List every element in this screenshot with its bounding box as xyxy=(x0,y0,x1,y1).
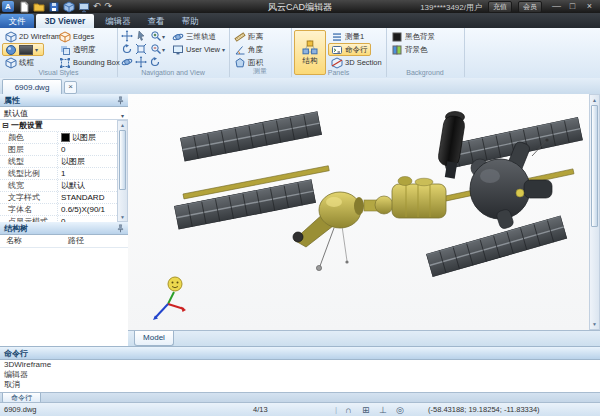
cursor-icon xyxy=(135,30,147,42)
column-name[interactable]: 名称 xyxy=(6,235,22,247)
bounding-box-icon xyxy=(59,57,71,69)
bounding-box-button[interactable]: Bounding Box xyxy=(56,56,123,69)
group-label-panels: Panels xyxy=(291,69,386,76)
measure-angle-button[interactable]: 角度 xyxy=(231,43,266,56)
visual-style-selector[interactable]: ▾ xyxy=(2,43,44,56)
command-history-line: 编辑器 xyxy=(0,370,600,380)
maximize-button[interactable]: □ xyxy=(565,0,580,12)
zoom-out-button[interactable]: ▾ xyxy=(148,43,167,55)
scroll-down-icon[interactable]: ▼ xyxy=(590,321,599,327)
document-tab-bar: 6909.dwg × xyxy=(0,78,600,95)
black-background-button[interactable]: 黑色背景 xyxy=(388,30,438,43)
command-history-line: 取消 xyxy=(0,380,600,390)
preset-dropdown[interactable]: 默认值 ▾ xyxy=(0,107,128,120)
property-grid-scrollbar[interactable]: ▲ ▼ xyxy=(117,120,128,222)
pan-view-button[interactable] xyxy=(134,56,147,68)
color-swatch xyxy=(61,133,70,142)
scroll-up-icon[interactable]: ▲ xyxy=(118,122,127,128)
scroll-up-icon[interactable]: ▲ xyxy=(590,97,599,103)
ortho-icon[interactable]: ⊥ xyxy=(379,404,387,416)
tab-view[interactable]: 查看 xyxy=(142,14,170,28)
select-button[interactable] xyxy=(134,30,147,42)
document-tab[interactable]: 6909.dwg xyxy=(2,79,62,95)
property-row-lineweight: 线宽 以默认 xyxy=(0,180,117,192)
scrollbar-thumb[interactable] xyxy=(591,105,598,227)
axis-gizmo xyxy=(148,272,194,326)
tab-file[interactable]: 文件 xyxy=(0,14,34,28)
viewport-canvas[interactable] xyxy=(128,94,589,330)
monitor-icon xyxy=(172,44,184,56)
edges-button[interactable]: Edges xyxy=(56,30,97,43)
property-row-linetype: 线型 以图层 xyxy=(0,156,117,168)
refresh-view-button[interactable] xyxy=(148,56,161,68)
transparency-button[interactable]: 透明度 xyxy=(56,43,99,56)
property-row-layer: 图层 0 xyxy=(0,144,117,156)
orbit-3d-button[interactable]: 三维轨道 xyxy=(169,30,219,43)
topup-button[interactable]: 充值 xyxy=(488,1,512,13)
3d-model-spacecraft xyxy=(128,94,589,330)
background-color-icon xyxy=(391,44,403,56)
pin-icon[interactable] xyxy=(116,96,125,105)
osnap-icon[interactable]: ◎ xyxy=(396,404,404,416)
pan-button[interactable] xyxy=(120,30,133,42)
free-orbit-button[interactable] xyxy=(120,56,133,68)
wireframe-button[interactable]: 线框 xyxy=(2,56,37,69)
angle-icon xyxy=(234,44,246,56)
title-bar: A ↶ ↷ 风云CAD编辑器 139****3492/用户 充值 会员 — □ … xyxy=(0,0,600,13)
model-tab[interactable]: Model xyxy=(134,331,174,346)
property-grid: ⊟ 一般设置 颜色 以图层 图层 0 线型 以图层 线型比例 1 线宽 以默认 xyxy=(0,120,117,222)
command-history[interactable]: 3DWireframe 编辑器 取消 xyxy=(0,360,600,390)
zoom-in-button[interactable]: ▾ xyxy=(148,30,167,42)
status-filename: 6909.dwg xyxy=(4,405,37,415)
property-group-header[interactable]: ⊟ 一般设置 xyxy=(0,120,117,132)
cad-application-window: A ↶ ↷ 风云CAD编辑器 139****3492/用户 充值 会员 — □ … xyxy=(0,0,600,416)
scroll-down-icon[interactable]: ▼ xyxy=(118,214,127,220)
zoom-extents-button[interactable] xyxy=(134,43,147,55)
snap-icon[interactable]: ∩ xyxy=(345,404,351,416)
user-view-button[interactable]: User View ▾ xyxy=(169,43,228,56)
user-account-label: 139****3492/用户 xyxy=(420,2,482,13)
background-color-button[interactable]: 背景色 xyxy=(388,43,431,56)
ruler-icon xyxy=(234,31,246,43)
group-navigation: ▾ 三维轨道 ▾ User View ▾ Navigation and View xyxy=(117,28,230,77)
command-history-line: 3DWireframe xyxy=(0,360,600,370)
rotate-icon xyxy=(121,43,133,55)
tab-help[interactable]: 帮助 xyxy=(176,14,204,28)
group-label-background: Background xyxy=(386,69,464,76)
group-background: 黑色背景 背景色 Background xyxy=(386,28,465,77)
group-visual-styles: 2D Wireframe ▾ 线框 Edges 透明度 Bounding xyxy=(0,28,118,77)
measure-distance-button[interactable]: 距离 xyxy=(231,30,266,43)
member-button[interactable]: 会员 xyxy=(518,1,542,13)
command-line-panel-button[interactable]: 命令行 xyxy=(328,43,371,56)
list-icon xyxy=(331,31,343,43)
tab-editor[interactable]: 编辑器 xyxy=(100,14,136,28)
structure-columns: 名称 路径 xyxy=(0,235,128,248)
tab-3d-viewer[interactable]: 3D Viewer xyxy=(36,14,94,28)
close-button[interactable]: × xyxy=(582,0,597,12)
status-counter: 4/13 xyxy=(253,405,268,415)
grid-icon[interactable]: ⊞ xyxy=(362,404,370,416)
zoom-in-icon xyxy=(150,30,162,42)
chevron-down-icon: ▾ xyxy=(222,46,225,53)
black-background-icon xyxy=(391,31,403,43)
status-bar: 6909.dwg 4/13 | ∩ ⊞ ⊥ ◎ (-58.43188; 19.1… xyxy=(0,402,600,416)
minimize-button[interactable]: — xyxy=(549,0,564,12)
group-panels: 结构 测量1 命令行 3D Section Panels xyxy=(291,28,387,77)
column-path[interactable]: 路径 xyxy=(68,235,84,247)
property-row-linetype-scale: 线型比例 1 xyxy=(0,168,117,180)
zoom-out-icon xyxy=(150,43,162,55)
measure1-panel-button[interactable]: 测量1 xyxy=(328,30,367,43)
rotate-view-button[interactable] xyxy=(120,43,133,55)
group-label-measure: 测量 xyxy=(229,66,291,76)
scrollbar-thumb[interactable] xyxy=(119,130,126,190)
status-coordinates: (-58.43188; 19.18254; -11.83334) xyxy=(428,405,540,415)
pin-icon[interactable] xyxy=(116,224,125,233)
document-close-icon[interactable]: × xyxy=(64,81,77,94)
move-icon xyxy=(121,30,133,42)
properties-panel-header: 属性 xyxy=(0,94,128,107)
3d-section-button[interactable]: 3D Section xyxy=(328,56,385,69)
collapse-icon[interactable]: ⊟ xyxy=(2,121,9,130)
orbit-icon xyxy=(172,31,184,43)
viewport-vertical-scrollbar[interactable]: ▲ ▼ xyxy=(589,94,600,330)
free-orbit-icon xyxy=(121,56,133,68)
